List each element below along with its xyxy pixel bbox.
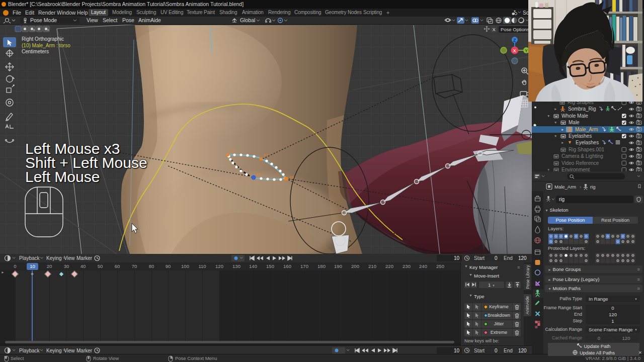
svg-text:AnimAide: AnimAide <box>138 17 161 23</box>
svg-text:View: View <box>64 255 75 261</box>
svg-text:Pose Mode: Pose Mode <box>30 17 57 23</box>
svg-text:Playback: Playback <box>19 255 40 261</box>
svg-text:17: 17 <box>264 153 268 157</box>
svg-text:120: 120 <box>518 348 527 353</box>
svg-text:End: End <box>504 348 513 353</box>
svg-text:120: 120 <box>518 255 527 261</box>
svg-text:Right Orthographic: Right Orthographic <box>22 36 64 42</box>
svg-text:18: 18 <box>289 175 294 179</box>
svg-text:View: View <box>64 348 75 353</box>
svg-text:›: › <box>580 184 581 190</box>
svg-text:Z: Z <box>513 38 516 43</box>
svg-text:Y: Y <box>525 48 528 53</box>
svg-text:Keying: Keying <box>46 255 62 261</box>
svg-text:Keying: Keying <box>46 348 62 353</box>
svg-text:Marker: Marker <box>76 348 93 353</box>
svg-text:0: 0 <box>495 348 498 353</box>
svg-text:Marker: Marker <box>76 255 93 261</box>
svg-text:0: 0 <box>495 255 498 261</box>
svg-text:Centimeters: Centimeters <box>22 49 49 54</box>
svg-text:Male_Arm: Male_Arm <box>554 184 576 190</box>
svg-text:10: 10 <box>454 255 460 261</box>
svg-text:20: 20 <box>230 148 234 153</box>
svg-text:(10) Male_Arm : torso: (10) Male_Arm : torso <box>22 43 70 48</box>
svg-text:Start: Start <box>474 348 485 353</box>
svg-text:Pose: Pose <box>122 17 134 23</box>
svg-text:Sc: Sc <box>523 10 528 16</box>
svg-text:Left Mouse: Left Mouse <box>25 168 100 185</box>
svg-text:Global: Global <box>240 17 255 23</box>
svg-text:Playback: Playback <box>19 348 40 353</box>
svg-text:16: 16 <box>256 172 261 176</box>
svg-text:Select: Select <box>103 17 117 23</box>
svg-text:rig: rig <box>590 184 596 190</box>
svg-text:View: View <box>87 17 98 23</box>
svg-text:End: End <box>504 255 513 261</box>
svg-text:X: X <box>513 48 517 53</box>
svg-text:X: X <box>493 27 496 32</box>
svg-text:rig: rig <box>559 197 565 202</box>
svg-text:Start: Start <box>474 255 485 261</box>
svg-text:Pose Options: Pose Options <box>501 27 529 32</box>
svg-text:10: 10 <box>454 348 460 353</box>
